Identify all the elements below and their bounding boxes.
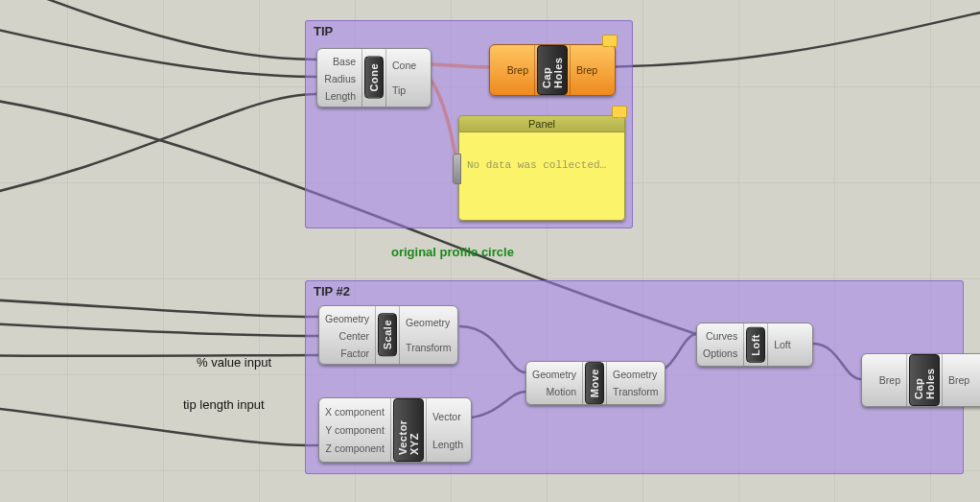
scale-in-geometry[interactable]: Geometry (325, 310, 369, 327)
move-out-geometry[interactable]: Geometry (613, 366, 657, 383)
panel-input-grip[interactable] (453, 154, 461, 184)
xyz-in-z[interactable]: Z component (326, 440, 385, 457)
panel-body: No data was collected… (459, 132, 624, 220)
scale-in-factor[interactable]: Factor (340, 345, 369, 362)
move-in-geometry[interactable]: Geometry (532, 366, 576, 383)
cone-in-radius[interactable]: Radius (324, 70, 356, 87)
xyz-out-length[interactable]: Length (432, 436, 463, 453)
group-tip2-label: TIP #2 (314, 284, 350, 299)
cone-core: Cone (364, 57, 384, 99)
node-panel[interactable]: Panel No data was collected… (458, 115, 625, 221)
xyz-in-x[interactable]: X component (325, 403, 385, 420)
scale-out-transform[interactable]: Transform (406, 339, 451, 356)
loft-in-curves[interactable]: Curves (706, 327, 737, 345)
node-vector-xyz[interactable]: X component Y component Z component Vect… (318, 397, 472, 463)
scale-out-geometry[interactable]: Geometry (406, 314, 450, 331)
annotation-profile-circle: original profile circle (391, 245, 514, 259)
grasshopper-canvas[interactable]: TIP TIP #2 Base Radius Length Cone Cone … (0, 0, 980, 502)
xyz-in-y[interactable]: Y component (325, 421, 385, 439)
loft-out-loft[interactable]: Loft (774, 336, 791, 353)
annotation-tip-length-input: tip length input (183, 397, 265, 412)
group-tip-label: TIP (314, 24, 333, 38)
node-cone[interactable]: Base Radius Length Cone Cone Tip (316, 48, 432, 108)
warning-balloon-icon (602, 35, 618, 47)
node-loft[interactable]: Curves Options Loft Loft (696, 323, 813, 367)
scale-core: Scale (378, 313, 397, 356)
panel-title: Panel (459, 116, 624, 132)
xyz-out-vector[interactable]: Vector (432, 408, 461, 425)
node-cap-holes-1[interactable]: Brep Cap Holes Brep (489, 44, 616, 96)
move-in-motion[interactable]: Motion (547, 383, 577, 400)
cone-in-length[interactable]: Length (325, 87, 356, 105)
loft-in-options[interactable]: Options (703, 345, 737, 362)
loft-core: Loft (746, 327, 765, 363)
move-core: Move (585, 362, 604, 404)
annotation-percent-input: % value input (197, 355, 271, 370)
cap2-in-brep[interactable]: Brep (879, 371, 900, 389)
cap1-in-brep[interactable]: Brep (507, 61, 528, 79)
xyz-core: Vector XYZ (393, 398, 424, 462)
cap1-core: Cap Holes (537, 45, 568, 95)
warning-balloon-icon (612, 106, 627, 118)
node-move[interactable]: Geometry Motion Move Geometry Transform (525, 361, 665, 405)
cap2-core: Cap Holes (909, 354, 940, 406)
move-out-transform[interactable]: Transform (613, 383, 658, 400)
cap2-out-brep[interactable]: Brep (948, 371, 969, 389)
cone-out-tip[interactable]: Tip (392, 82, 406, 99)
cap1-out-brep[interactable]: Brep (576, 61, 597, 79)
scale-in-center[interactable]: Center (339, 327, 370, 345)
cone-out-cone[interactable]: Cone (392, 57, 416, 74)
node-cap-holes-2[interactable]: Brep Cap Holes Brep (861, 353, 980, 407)
node-scale[interactable]: Geometry Center Factor Scale Geometry Tr… (318, 305, 458, 365)
cone-in-base[interactable]: Base (333, 53, 356, 70)
